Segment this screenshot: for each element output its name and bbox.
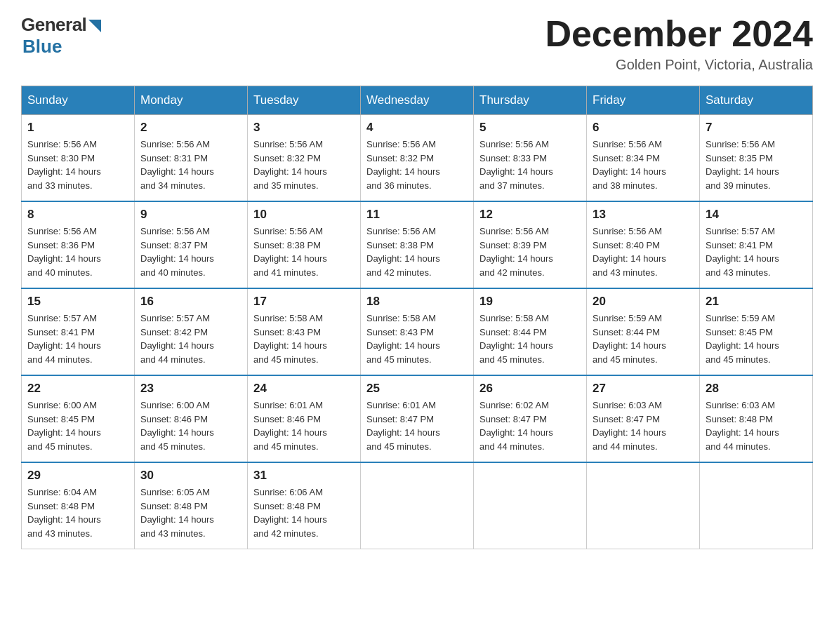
day-number: 5 bbox=[479, 121, 581, 135]
day-header-thursday: Thursday bbox=[474, 86, 587, 115]
day-detail: Sunrise: 5:58 AM Sunset: 8:43 PM Dayligh… bbox=[366, 311, 468, 366]
calendar-cell: 31 Sunrise: 6:06 AM Sunset: 8:48 PM Dayl… bbox=[248, 462, 361, 549]
day-number: 15 bbox=[27, 295, 128, 309]
day-detail: Sunrise: 5:56 AM Sunset: 8:32 PM Dayligh… bbox=[366, 137, 468, 192]
day-detail: Sunrise: 6:02 AM Sunset: 8:47 PM Dayligh… bbox=[479, 398, 581, 453]
calendar-week-row: 22 Sunrise: 6:00 AM Sunset: 8:45 PM Dayl… bbox=[22, 375, 813, 462]
day-number: 20 bbox=[593, 295, 694, 309]
calendar-cell: 17 Sunrise: 5:58 AM Sunset: 8:43 PM Dayl… bbox=[248, 288, 361, 375]
day-detail: Sunrise: 6:06 AM Sunset: 8:48 PM Dayligh… bbox=[253, 485, 355, 540]
day-number: 23 bbox=[140, 382, 241, 396]
day-detail: Sunrise: 5:56 AM Sunset: 8:37 PM Dayligh… bbox=[140, 224, 241, 279]
logo-blue-text: Blue bbox=[22, 36, 62, 57]
day-detail: Sunrise: 5:56 AM Sunset: 8:40 PM Dayligh… bbox=[593, 224, 694, 279]
day-number: 11 bbox=[366, 208, 468, 222]
day-detail: Sunrise: 5:57 AM Sunset: 8:41 PM Dayligh… bbox=[27, 311, 128, 366]
day-number: 4 bbox=[366, 121, 468, 135]
day-detail: Sunrise: 5:57 AM Sunset: 8:42 PM Dayligh… bbox=[140, 311, 241, 366]
calendar-cell: 1 Sunrise: 5:56 AM Sunset: 8:30 PM Dayli… bbox=[22, 115, 135, 202]
page-header: General Blue December 2024 Golden Point,… bbox=[21, 14, 813, 73]
day-detail: Sunrise: 6:01 AM Sunset: 8:47 PM Dayligh… bbox=[366, 398, 468, 453]
calendar-cell: 28 Sunrise: 6:03 AM Sunset: 8:48 PM Dayl… bbox=[700, 375, 813, 462]
day-detail: Sunrise: 5:56 AM Sunset: 8:35 PM Dayligh… bbox=[706, 137, 807, 192]
day-detail: Sunrise: 5:58 AM Sunset: 8:44 PM Dayligh… bbox=[479, 311, 581, 366]
calendar-cell: 12 Sunrise: 5:56 AM Sunset: 8:39 PM Dayl… bbox=[474, 201, 587, 288]
logo: General Blue bbox=[21, 14, 101, 58]
calendar-cell: 19 Sunrise: 5:58 AM Sunset: 8:44 PM Dayl… bbox=[474, 288, 587, 375]
calendar-cell: 29 Sunrise: 6:04 AM Sunset: 8:48 PM Dayl… bbox=[22, 462, 135, 549]
day-number: 30 bbox=[140, 469, 241, 483]
day-number: 31 bbox=[253, 469, 355, 483]
calendar-week-row: 1 Sunrise: 5:56 AM Sunset: 8:30 PM Dayli… bbox=[22, 115, 813, 202]
day-number: 8 bbox=[27, 208, 128, 222]
calendar-cell: 8 Sunrise: 5:56 AM Sunset: 8:36 PM Dayli… bbox=[22, 201, 135, 288]
day-number: 26 bbox=[479, 382, 581, 396]
calendar-cell: 27 Sunrise: 6:03 AM Sunset: 8:47 PM Dayl… bbox=[587, 375, 700, 462]
calendar-cell: 2 Sunrise: 5:56 AM Sunset: 8:31 PM Dayli… bbox=[135, 115, 248, 202]
day-detail: Sunrise: 6:01 AM Sunset: 8:46 PM Dayligh… bbox=[253, 398, 355, 453]
day-detail: Sunrise: 5:56 AM Sunset: 8:38 PM Dayligh… bbox=[366, 224, 468, 279]
calendar-cell: 4 Sunrise: 5:56 AM Sunset: 8:32 PM Dayli… bbox=[361, 115, 474, 202]
day-detail: Sunrise: 6:00 AM Sunset: 8:45 PM Dayligh… bbox=[27, 398, 128, 453]
calendar-cell: 23 Sunrise: 6:00 AM Sunset: 8:46 PM Dayl… bbox=[135, 375, 248, 462]
day-header-friday: Friday bbox=[587, 86, 700, 115]
day-number: 12 bbox=[479, 208, 581, 222]
day-number: 19 bbox=[479, 295, 581, 309]
day-detail: Sunrise: 6:03 AM Sunset: 8:48 PM Dayligh… bbox=[706, 398, 807, 453]
logo-arrow-icon bbox=[88, 20, 101, 32]
day-detail: Sunrise: 5:59 AM Sunset: 8:45 PM Dayligh… bbox=[706, 311, 807, 366]
day-detail: Sunrise: 5:56 AM Sunset: 8:34 PM Dayligh… bbox=[593, 137, 694, 192]
day-detail: Sunrise: 5:56 AM Sunset: 8:30 PM Dayligh… bbox=[27, 137, 128, 192]
day-detail: Sunrise: 5:56 AM Sunset: 8:36 PM Dayligh… bbox=[27, 224, 128, 279]
day-number: 10 bbox=[253, 208, 355, 222]
day-number: 17 bbox=[253, 295, 355, 309]
day-number: 18 bbox=[366, 295, 468, 309]
calendar-cell: 18 Sunrise: 5:58 AM Sunset: 8:43 PM Dayl… bbox=[361, 288, 474, 375]
calendar-cell: 6 Sunrise: 5:56 AM Sunset: 8:34 PM Dayli… bbox=[587, 115, 700, 202]
day-number: 3 bbox=[253, 121, 355, 135]
day-number: 2 bbox=[140, 121, 241, 135]
day-number: 7 bbox=[706, 121, 807, 135]
day-detail: Sunrise: 5:57 AM Sunset: 8:41 PM Dayligh… bbox=[706, 224, 807, 279]
day-number: 24 bbox=[253, 382, 355, 396]
calendar-cell: 7 Sunrise: 5:56 AM Sunset: 8:35 PM Dayli… bbox=[700, 115, 813, 202]
day-number: 14 bbox=[706, 208, 807, 222]
day-number: 16 bbox=[140, 295, 241, 309]
day-detail: Sunrise: 5:56 AM Sunset: 8:31 PM Dayligh… bbox=[140, 137, 241, 192]
calendar-header-row: SundayMondayTuesdayWednesdayThursdayFrid… bbox=[22, 86, 813, 115]
title-block: December 2024 Golden Point, Victoria, Au… bbox=[545, 14, 813, 73]
day-detail: Sunrise: 6:00 AM Sunset: 8:46 PM Dayligh… bbox=[140, 398, 241, 453]
day-number: 28 bbox=[706, 382, 807, 396]
calendar-cell bbox=[587, 462, 700, 549]
month-title: December 2024 bbox=[545, 14, 813, 54]
day-detail: Sunrise: 6:04 AM Sunset: 8:48 PM Dayligh… bbox=[27, 485, 128, 540]
day-detail: Sunrise: 5:56 AM Sunset: 8:39 PM Dayligh… bbox=[479, 224, 581, 279]
calendar-cell: 21 Sunrise: 5:59 AM Sunset: 8:45 PM Dayl… bbox=[700, 288, 813, 375]
calendar-cell: 16 Sunrise: 5:57 AM Sunset: 8:42 PM Dayl… bbox=[135, 288, 248, 375]
day-number: 1 bbox=[27, 121, 128, 135]
calendar-cell: 22 Sunrise: 6:00 AM Sunset: 8:45 PM Dayl… bbox=[22, 375, 135, 462]
day-header-monday: Monday bbox=[135, 86, 248, 115]
calendar-cell: 3 Sunrise: 5:56 AM Sunset: 8:32 PM Dayli… bbox=[248, 115, 361, 202]
day-number: 22 bbox=[27, 382, 128, 396]
calendar-cell: 25 Sunrise: 6:01 AM Sunset: 8:47 PM Dayl… bbox=[361, 375, 474, 462]
day-detail: Sunrise: 6:03 AM Sunset: 8:47 PM Dayligh… bbox=[593, 398, 694, 453]
location-text: Golden Point, Victoria, Australia bbox=[545, 57, 813, 73]
calendar-cell: 9 Sunrise: 5:56 AM Sunset: 8:37 PM Dayli… bbox=[135, 201, 248, 288]
calendar-cell: 24 Sunrise: 6:01 AM Sunset: 8:46 PM Dayl… bbox=[248, 375, 361, 462]
calendar-cell bbox=[361, 462, 474, 549]
calendar-week-row: 15 Sunrise: 5:57 AM Sunset: 8:41 PM Dayl… bbox=[22, 288, 813, 375]
calendar-cell: 26 Sunrise: 6:02 AM Sunset: 8:47 PM Dayl… bbox=[474, 375, 587, 462]
day-number: 29 bbox=[27, 469, 128, 483]
calendar-week-row: 29 Sunrise: 6:04 AM Sunset: 8:48 PM Dayl… bbox=[22, 462, 813, 549]
calendar-cell: 10 Sunrise: 5:56 AM Sunset: 8:38 PM Dayl… bbox=[248, 201, 361, 288]
day-detail: Sunrise: 5:56 AM Sunset: 8:38 PM Dayligh… bbox=[253, 224, 355, 279]
calendar-cell: 14 Sunrise: 5:57 AM Sunset: 8:41 PM Dayl… bbox=[700, 201, 813, 288]
calendar-cell: 13 Sunrise: 5:56 AM Sunset: 8:40 PM Dayl… bbox=[587, 201, 700, 288]
day-detail: Sunrise: 5:56 AM Sunset: 8:33 PM Dayligh… bbox=[479, 137, 581, 192]
calendar-cell: 11 Sunrise: 5:56 AM Sunset: 8:38 PM Dayl… bbox=[361, 201, 474, 288]
day-number: 9 bbox=[140, 208, 241, 222]
svg-marker-0 bbox=[88, 20, 101, 32]
day-number: 13 bbox=[593, 208, 694, 222]
calendar-cell: 15 Sunrise: 5:57 AM Sunset: 8:41 PM Dayl… bbox=[22, 288, 135, 375]
